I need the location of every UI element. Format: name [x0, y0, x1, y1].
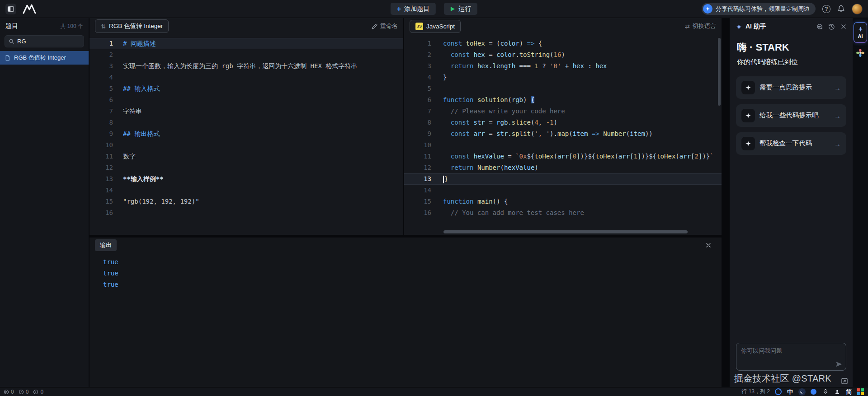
markdown-line[interactable]: 8: [90, 117, 403, 128]
plugin-flower-icon[interactable]: [856, 48, 865, 57]
bell-icon[interactable]: [837, 5, 845, 13]
problem-tab[interactable]: ⇅ RGB 色值转 Integer: [95, 19, 169, 33]
info-count[interactable]: 0: [33, 389, 43, 395]
error-count[interactable]: 0: [4, 389, 14, 395]
right-activity-bar: AI: [853, 18, 868, 387]
center-column: ⇅ RGB 色值转 Integer 重命名 1# 问题描述23实现一个函数，输入…: [90, 18, 722, 387]
language-tab[interactable]: JS JavaScript: [410, 20, 461, 33]
blue-dot-icon[interactable]: [810, 388, 817, 396]
ai-assistant-panel: AI 助手 嗨 · STARK 你的代码陪练已到位 需要一点思路提示→给我一些代…: [730, 18, 853, 387]
code-line[interactable]: 1const toHex = (color) => {: [404, 38, 722, 49]
line-code: const toHex = (color) => {: [443, 38, 722, 49]
ai-toggle-button[interactable]: AI: [854, 22, 867, 43]
problem-editor[interactable]: 1# 问题描述23实现一个函数，输入为长度为三的 rgb 字符串，返回为十六进制…: [90, 34, 403, 235]
ai-close-icon[interactable]: [840, 23, 847, 30]
line-number: 16: [90, 207, 113, 219]
line-number: 15: [90, 196, 113, 207]
problem-list-item[interactable]: RGB 色值转 Integer: [0, 51, 89, 65]
line-number: 6: [404, 94, 431, 106]
markdown-line[interactable]: 13**输入样例**: [90, 173, 403, 185]
moon-icon[interactable]: [798, 388, 806, 396]
line-text: [123, 117, 403, 128]
code-line[interactable]: 15function main() {: [404, 196, 722, 207]
warning-icon: [19, 389, 24, 395]
promo-banner[interactable]: 分享代码练习体验，领限量定制周边: [702, 3, 816, 15]
line-text: [123, 162, 403, 173]
line-number: 13: [90, 173, 113, 185]
line-number: 1: [90, 38, 113, 49]
markdown-line[interactable]: 16: [90, 207, 403, 219]
markdown-line[interactable]: 12: [90, 162, 403, 173]
markdown-line[interactable]: 11数字: [90, 151, 403, 162]
ime-simplified-indicator[interactable]: 简: [845, 388, 853, 396]
run-button[interactable]: 运行: [444, 3, 477, 15]
markdown-line[interactable]: 7字符串: [90, 106, 403, 117]
mic-icon[interactable]: [821, 388, 829, 396]
line-text: [123, 94, 403, 106]
marscode-logo[interactable]: [23, 4, 38, 14]
ai-suggestion-card[interactable]: 给我一些代码提示吧→: [736, 104, 846, 127]
ai-suggestion-card[interactable]: 帮我检查一下代码→: [736, 132, 846, 155]
vertical-scrollbar[interactable]: [718, 38, 721, 106]
warning-count[interactable]: 0: [19, 389, 29, 395]
line-text: [123, 207, 403, 219]
markdown-line[interactable]: 10: [90, 140, 403, 151]
ai-input-box: [736, 343, 846, 371]
line-text: [123, 49, 403, 61]
code-line[interactable]: 9 const arr = str.split(', ').map(item =…: [404, 128, 722, 140]
ai-suggestion-card[interactable]: 需要一点思路提示→: [736, 76, 846, 99]
code-line[interactable]: 12 return Number(hexValue): [404, 162, 722, 173]
line-number: 3: [90, 61, 113, 72]
ai-footer: 掘金技术社区 @STARK: [730, 371, 853, 387]
expand-chat-icon[interactable]: [841, 377, 848, 385]
ai-question-input[interactable]: [736, 343, 846, 370]
output-close-icon[interactable]: [705, 242, 712, 248]
line-text: **输入样例**: [123, 173, 403, 185]
add-problem-button[interactable]: + 添加题目: [391, 3, 436, 15]
line-number: 14: [90, 185, 113, 196]
markdown-line[interactable]: 1# 问题描述: [90, 38, 403, 49]
user-tray-icon[interactable]: [833, 388, 841, 396]
line-number: 9: [404, 128, 431, 140]
output-tab[interactable]: 输出: [95, 239, 117, 251]
ime-chinese-indicator[interactable]: 中: [786, 388, 794, 396]
grid-apps-icon[interactable]: [857, 388, 864, 396]
ai-suggestion-label: 给我一些代码提示吧: [760, 111, 819, 120]
code-line[interactable]: 6function solution(rgb) {: [404, 94, 722, 106]
help-icon[interactable]: ?: [822, 5, 830, 13]
markdown-line[interactable]: 5## 输入格式: [90, 83, 403, 94]
markdown-line[interactable]: 4: [90, 72, 403, 83]
code-line[interactable]: 13}: [404, 173, 722, 185]
output-line: true: [103, 268, 722, 279]
code-line[interactable]: 5: [404, 83, 722, 94]
ime-logo-icon[interactable]: [774, 388, 782, 396]
code-line[interactable]: 14: [404, 185, 722, 196]
main-area: 题目 共 100 个 RGB 色值转 Integer ⇅ RGB 色值转 Int…: [0, 18, 868, 387]
code-line[interactable]: 16 // You can add more test cases here: [404, 207, 722, 219]
history-icon[interactable]: [828, 23, 835, 30]
markdown-line[interactable]: 2: [90, 49, 403, 61]
code-line[interactable]: 3 return hex.length === 1 ? '0' + hex : …: [404, 61, 722, 72]
sidebar-toggle-icon[interactable]: [5, 4, 16, 14]
code-line[interactable]: 11 const hexValue = `0x${toHex(arr[0])}$…: [404, 151, 722, 162]
markdown-line[interactable]: 14: [90, 185, 403, 196]
code-line[interactable]: 7 // Please write your code here: [404, 106, 722, 117]
user-avatar[interactable]: [852, 4, 863, 14]
line-code: return Number(hexValue): [443, 162, 722, 173]
code-line[interactable]: 10: [404, 140, 722, 151]
send-icon[interactable]: [835, 361, 842, 368]
search-input[interactable]: [17, 38, 80, 45]
markdown-line[interactable]: 3实现一个函数，输入为长度为三的 rgb 字符串，返回为十六进制 HEX 格式字…: [90, 61, 403, 72]
cursor-position[interactable]: 行 13，列 2: [741, 388, 770, 396]
code-line[interactable]: 2 const hex = color.toString(16): [404, 49, 722, 61]
code-line[interactable]: 4}: [404, 72, 722, 83]
code-editor[interactable]: 1const toHex = (color) => {2 const hex =…: [404, 34, 722, 235]
rename-button[interactable]: 重命名: [372, 22, 398, 30]
code-line[interactable]: 8 const str = rgb.slice(4, -1): [404, 117, 722, 128]
markdown-line[interactable]: 15"rgb(192, 192, 192)": [90, 196, 403, 207]
switch-language-button[interactable]: ⇄ 切换语言: [685, 22, 716, 30]
markdown-line[interactable]: 6: [90, 94, 403, 106]
markdown-line[interactable]: 9## 输出格式: [90, 128, 403, 140]
horizontal-scrollbar[interactable]: [443, 230, 688, 233]
feedback-icon[interactable]: [816, 23, 823, 30]
